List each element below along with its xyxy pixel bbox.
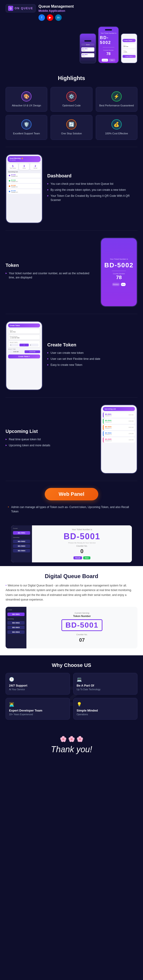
create-feature-3: Easy to create new Token <box>47 363 137 367</box>
ui-ux-icon: 🎨 <box>21 91 32 102</box>
dqb-token-number-title: Token Number <box>73 615 91 617</box>
highlights-title: Highlights <box>6 75 137 81</box>
why-card-sub-3: 10+ Years Experienced <box>9 713 66 716</box>
upcoming-item-2: BD-5002 Counter Id: 2 09:00 AM <box>103 418 135 424</box>
web-panel-section: Web Panel Admin can manage all types of … <box>0 481 143 522</box>
why-card-title-3: Expert Developer Team <box>9 709 66 712</box>
dqb-counter: 07 <box>79 637 85 643</box>
highlight-label-2: Optimised Code <box>53 104 89 107</box>
highlight-label-1: Attractive UI & UX Design <box>8 104 44 107</box>
why-card-sub-1: At Your Service <box>9 688 66 691</box>
highlight-card-1: 🎨 Attractive UI & UX Design <box>6 87 47 112</box>
create-token-screen: Create Token Name John Doe Phone Number … <box>6 321 42 390</box>
create-token-section: Create Token Name John Doe Phone Number … <box>0 314 143 397</box>
why-grid: 🕐 24/7 Support At Your Service 💻 Be A Pa… <box>6 673 137 720</box>
hero-phone-3: Create Token Name John Doe Phone +1 234.… <box>121 33 137 64</box>
dqb-main-token: BD-5001 <box>61 619 102 631</box>
social-icons: f ▶ in <box>39 14 137 21</box>
token-phone: Your Ticket Number is BD-5002 Counter Nu… <box>100 237 137 307</box>
dashboard-screen: Good Morning 👋 ON QUEUE 5 Total Tokens 3… <box>6 155 42 223</box>
highlight-card-2: ⚙️ Optimised Code <box>50 87 92 112</box>
name-field: Name John Doe <box>8 329 40 334</box>
queue-counter: 0 <box>80 548 84 555</box>
recall-btn[interactable]: Recall <box>74 556 82 559</box>
upcoming-item-3: BD-5003 Counter Id: 1 09:30 AM <box>103 425 135 430</box>
thankyou-text: Thank you! <box>6 745 137 754</box>
dashboard-feature-3: Your Token Can Be Created By Scanning A … <box>47 194 137 202</box>
upcoming-features: Real time queue token list Upcoming toke… <box>6 437 96 447</box>
highlight-card-3: ⚡ Best Performance Guaranteed <box>96 87 137 112</box>
token-screen: Your Ticket Number is BD-5002 Counter Nu… <box>101 238 137 306</box>
why-card-title-4: Simple Minded <box>77 709 134 712</box>
create-feature-1: User can create new token <box>47 351 137 355</box>
next-btn[interactable]: Next <box>121 283 125 286</box>
header-content: Queue Management Mobile Application f ▶ … <box>39 4 137 21</box>
highlight-label-5: One Stop Solution <box>53 132 89 135</box>
why-card-4: 💡 Simple Minded Operations <box>73 698 138 720</box>
queue-main-token: BD-5001 <box>64 531 100 541</box>
queue-chip-4: BD-5004 <box>13 549 30 552</box>
tech-icon: 💻 <box>77 677 134 682</box>
upcoming-content: Upcoming List Real time queue token list… <box>6 429 96 449</box>
date-field: SELECT DATE 1 2 3 <box>8 340 40 348</box>
upcoming-feature-2: Upcoming token and more details <box>6 443 96 447</box>
counter-number: 78 <box>116 274 122 280</box>
logo-icon: Q <box>8 6 13 11</box>
why-card-sub-4: Operations <box>77 713 134 716</box>
facebook-icon[interactable]: f <box>39 14 45 21</box>
hero-phone-1: Queue BD-5001 Token BD-5002 Token <box>79 33 96 64</box>
dqb-current-serving: Current Serving <box>75 612 89 614</box>
web-panel-feature-1: Admin can manage all types of Token such… <box>8 505 135 514</box>
next-btn[interactable]: Next <box>83 556 90 559</box>
support-icon: 🛡️ <box>21 119 32 129</box>
logo: Q ON QUEUE <box>6 4 36 13</box>
previous-btn[interactable]: Previous <box>112 283 119 286</box>
logo-brand: ON QUEUE <box>14 7 33 10</box>
token-label: Your Ticket Number is <box>110 258 128 260</box>
youtube-icon[interactable]: ▶ <box>47 14 53 21</box>
dqb-title: Digital Queue Board <box>6 573 137 579</box>
create-token-btn[interactable]: Create Token + <box>8 355 40 358</box>
web-panel-desc: Admin can manage all types of Token such… <box>6 505 137 514</box>
queue-main-label: Your Ticket Number is <box>72 528 92 531</box>
create-feature-2: User can set their Flexible time and dat… <box>47 357 137 361</box>
hero-section: Queue BD-5001 Token BD-5002 Token Your T… <box>0 24 143 68</box>
developer-icon: 👨‍💻 <box>9 702 66 707</box>
upcoming-phone: Upcoming List BD-5001 Counter Id: 1 08:3… <box>100 404 137 474</box>
solution-icon: 🔄 <box>66 119 77 129</box>
upcoming-header: Upcoming List <box>103 407 135 411</box>
create-header: Create Token <box>8 323 40 328</box>
support-clock-icon: 🕐 <box>9 677 66 682</box>
why-card-sub-2: Up To Date Technology <box>77 688 134 691</box>
linkedin-icon[interactable]: in <box>55 14 62 21</box>
performance-icon: ⚡ <box>111 91 122 102</box>
thankyou-section: 🌸 🌸 🌸 Thank you! <box>0 731 143 761</box>
token-feature-1: Your ticket number and counter number, a… <box>6 271 96 280</box>
why-section: Why Choose US ? 🕐 24/7 Support At Your S… <box>0 655 143 731</box>
header: Q ON QUEUE Queue Management Mobile Appli… <box>0 0 143 24</box>
queue-sub-label: Please Be Ready At Your Service <box>68 542 95 544</box>
why-card-1: 🕐 24/7 Support At Your Service <box>6 673 70 695</box>
upcoming-item-1: BD-5001 Counter Id: 1 08:30 AM <box>103 412 135 418</box>
dashboard-feature-1: You can check your real time token from … <box>47 182 137 186</box>
why-card-title-1: 24/7 Support <box>9 684 66 687</box>
why-card-2: 💻 Be A Part Of Up To Date Technology <box>73 673 138 695</box>
highlight-label-6: 100% Cost Effective <box>99 132 135 135</box>
web-panel-button[interactable]: Web Panel <box>45 488 98 500</box>
app-title: Queue Management <box>39 4 137 9</box>
token-buttons: Previous Next <box>112 283 125 286</box>
hero-phone-2: Your Ticket Number is BD-5002 Counter Nu… <box>98 26 119 64</box>
hero-phones: Queue BD-5001 Token BD-5002 Token Your T… <box>79 26 137 64</box>
highlight-card-5: 🔄 One Stop Solution <box>50 115 92 140</box>
queue-counter-label: Counter No. <box>76 545 88 547</box>
highlights-section: Highlights 🎨 Attractive UI & UX Design ⚙… <box>0 68 143 147</box>
queue-chip-1: BD-5001 <box>13 531 30 535</box>
queue-board-preview: Current BD-5001 Upcoming BD-5002 BD-5003… <box>11 525 132 562</box>
app-subtitle: Mobile Application <box>39 9 137 13</box>
dqb-counter-label: Counter No. <box>76 633 88 636</box>
highlight-label-4: Excellent Support Team <box>8 132 44 135</box>
upcoming-title: Upcoming List <box>6 429 96 434</box>
why-card-3: 👨‍💻 Expert Developer Team 10+ Years Expe… <box>6 698 70 720</box>
queue-chip-2: BD-5002 <box>13 540 30 543</box>
phone-field: Phone Number +1 234 567 890 <box>8 335 40 340</box>
